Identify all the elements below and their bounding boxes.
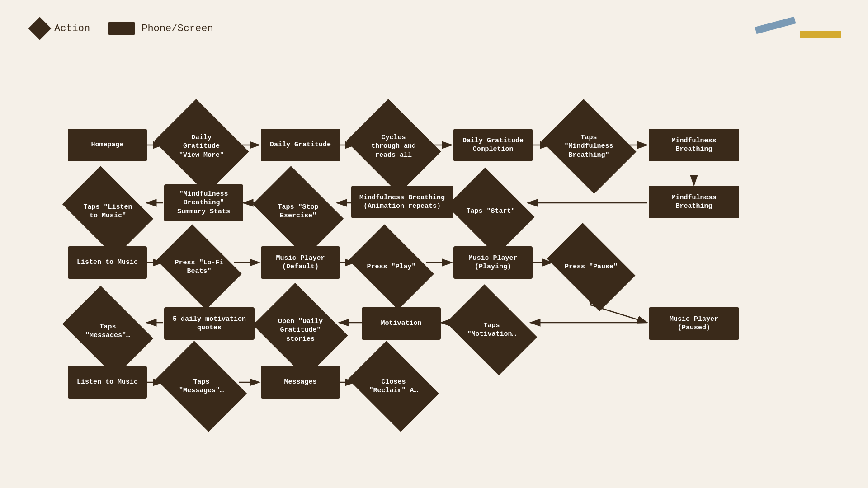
legend-action: Action [32,20,90,37]
music-player-playing-label: Music Player(Playing) [463,250,523,275]
press-play-label: Press "Play" [362,263,420,272]
daily-gratitude-completion-label: Daily GratitudeCompletion [457,133,529,158]
messages-label: Messages [278,374,322,390]
arrows-svg [32,59,854,465]
taps-messages-1-label: Taps"Messages"… [81,323,135,340]
daily-gratitude-screen-node: Daily Gratitude [261,129,340,161]
open-daily-gratitude-stories-label: Open "DailyGratitude"stories [274,317,327,344]
mindfulness-breathing-screen-label: Mindfulness Breathing [649,133,739,158]
taps-messages-1-node: Taps"Messages"… [71,304,145,358]
legend: Action Phone/Screen [32,20,213,37]
daily-gratitude-completion-node: Daily GratitudeCompletion [453,129,533,161]
taps-motivation-label: Taps"Motivation… [462,321,520,339]
music-player-default-node: Music Player(Default) [261,246,340,279]
mindfulness-breathing-page-label: Mindfulness Breathing [649,190,739,215]
taps-start-node: Taps "Start" [456,184,526,239]
taps-listen-to-music-node: Taps "Listento Music" [71,184,145,239]
mindfulness-breathing-summary-label: "MindfulnessBreathing"Summary Stats [172,186,236,220]
motivation-node: Motivation [362,307,441,340]
taps-messages-2-node: Taps"Messages"… [164,359,239,413]
cycles-reads-all-node: Cyclesthrough andreads all [356,117,431,176]
taps-stop-exercise-node: Taps "StopExercise" [261,184,335,239]
corner-decoration-yellow [800,31,841,38]
press-lofi-beats-node: Press "Lo-FiBeats" [164,242,234,292]
listen-to-music-1-node: Listen to Music [68,246,147,279]
legend-action-label: Action [54,23,90,34]
taps-stop-exercise-label: Taps "StopExercise" [273,203,323,221]
5-daily-motivation-quotes-node: 5 daily motivationquotes [164,307,255,340]
press-pause-node: Press "Pause" [554,242,628,292]
5-daily-motivation-quotes-label: 5 daily motivationquotes [167,311,251,336]
music-player-default-label: Music Player(Default) [270,250,330,275]
flowchart: Homepage DailyGratitude"View More" Daily… [32,59,854,465]
music-player-paused-node: Music Player(Paused) [649,307,739,340]
legend-phone: Phone/Screen [108,22,213,35]
music-player-playing-node: Music Player(Playing) [453,246,533,279]
cycles-reads-all-label: Cyclesthrough andreads all [367,133,420,160]
homepage-label: Homepage [85,137,129,153]
taps-start-label: Taps "Start" [462,207,519,216]
listen-to-music-2-label: Listen to Music [71,374,143,390]
taps-mindfulness-breathing-node: Taps"MindfulnessBreathing" [552,117,626,176]
press-play-node: Press "Play" [356,242,426,292]
taps-mindfulness-breathing-label: Taps"MindfulnessBreathing" [560,133,618,160]
daily-gratitude-view-more-label: DailyGratitude"View More" [175,133,228,160]
closes-reclaim-label: Closes"Reclaim" A… [364,378,422,395]
legend-phone-rect [108,22,135,35]
mindfulness-breathing-summary-node: "MindfulnessBreathing"Summary Stats [164,184,243,221]
taps-motivation-node: Taps"Motivation… [454,303,529,357]
listen-to-music-2-node: Listen to Music [68,366,147,399]
closes-reclaim-node: Closes"Reclaim" A… [356,359,431,413]
legend-phone-label: Phone/Screen [142,23,213,34]
homepage-node: Homepage [68,129,147,161]
listen-to-music-1-label: Listen to Music [71,254,143,271]
mindfulness-breathing-page-node: Mindfulness Breathing [649,186,739,218]
daily-gratitude-screen-label: Daily Gratitude [264,137,336,153]
mindfulness-breathing-animation-label: Mindfulness Breathing(Animation repeats) [354,190,450,215]
taps-listen-to-music-label: Taps "Listento Music" [79,203,137,221]
press-pause-label: Press "Pause" [560,263,622,272]
mindfulness-breathing-screen-node: Mindfulness Breathing [649,129,739,161]
mindfulness-breathing-animation-node: Mindfulness Breathing(Animation repeats) [351,186,453,218]
open-daily-gratitude-stories-node: Open "DailyGratitude"stories [263,300,338,360]
taps-messages-2-label: Taps"Messages"… [175,378,228,395]
press-lofi-beats-label: Press "Lo-FiBeats" [170,258,228,276]
music-player-paused-label: Music Player(Paused) [664,311,724,336]
daily-gratitude-view-more-node: DailyGratitude"View More" [164,117,239,176]
legend-action-diamond [28,17,52,40]
messages-node: Messages [261,366,340,399]
motivation-label: Motivation [375,315,427,332]
corner-decoration-blue [755,17,796,34]
